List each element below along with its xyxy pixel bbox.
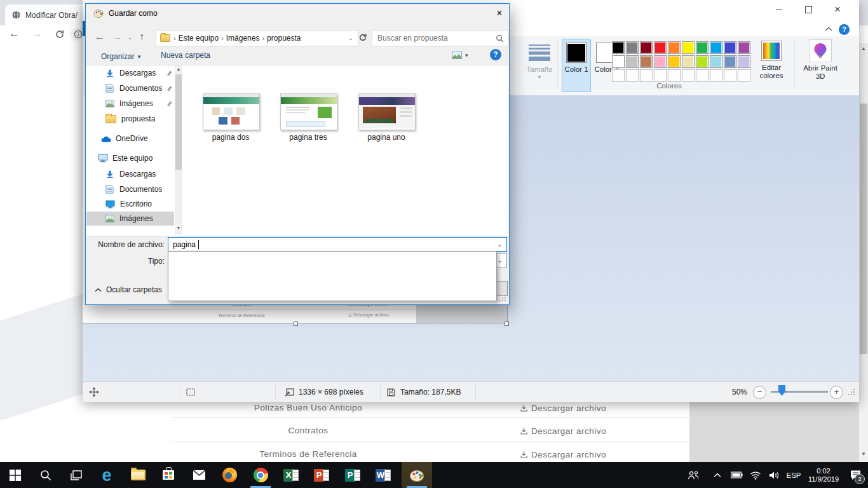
browser-back-button[interactable]: ←	[9, 27, 20, 40]
organize-button[interactable]: Organizar ▾	[101, 51, 140, 62]
palette-swatch-empty[interactable]	[738, 69, 750, 82]
nav-back-icon[interactable]: ←	[95, 31, 105, 43]
search-box[interactable]: Buscar en propuesta	[372, 30, 509, 46]
palette-swatch[interactable]	[682, 41, 695, 54]
sidebar-item-descargas[interactable]: Descargas	[86, 66, 174, 80]
filename-autocomplete-dropdown[interactable]	[168, 251, 497, 301]
zoom-out-button[interactable]: −	[753, 386, 766, 399]
taskbar-paint[interactable]	[402, 462, 432, 488]
taskbar-publisher[interactable]: P	[337, 462, 368, 488]
palette-swatch[interactable]	[724, 41, 736, 54]
palette-swatch[interactable]	[654, 41, 667, 54]
palette-swatch[interactable]	[696, 41, 709, 54]
network-indicator[interactable]	[745, 462, 766, 488]
palette-swatch[interactable]	[626, 55, 639, 68]
taskbar-firefox[interactable]	[214, 462, 245, 488]
task-view-button[interactable]	[61, 462, 92, 488]
palette-swatch-empty[interactable]	[640, 69, 653, 82]
action-center-button[interactable]: 2	[843, 462, 868, 488]
palette-swatch-empty[interactable]	[626, 69, 639, 82]
palette-swatch-empty[interactable]	[724, 69, 736, 82]
nav-history-chevron-icon[interactable]: ⌄	[128, 34, 133, 41]
sidebar-scrollbar[interactable]: ▲ ▼	[175, 65, 182, 234]
browser-scrollbar[interactable]: ▲ ▼	[859, 43, 868, 462]
taskbar-excel[interactable]: X	[276, 462, 306, 488]
help-icon[interactable]: ?	[490, 49, 501, 60]
language-indicator[interactable]: ESP	[782, 462, 805, 488]
sidebar-item-escritorio[interactable]: Escritorio	[86, 197, 174, 211]
zoom-slider-thumb[interactable]	[778, 385, 785, 396]
maximize-button[interactable]	[794, 0, 823, 19]
refresh-icon[interactable]	[358, 33, 367, 42]
palette-swatch-empty[interactable]	[682, 69, 695, 82]
help-icon[interactable]: ?	[839, 24, 850, 35]
palette-swatch[interactable]	[668, 55, 681, 68]
people-button[interactable]	[681, 462, 705, 488]
window-resize-grip[interactable]	[848, 388, 855, 396]
canvas-resize-handle-bottom[interactable]	[294, 322, 298, 326]
palette-swatch[interactable]	[668, 41, 681, 54]
sidebar-item-pc-imagenes[interactable]: Imágenes	[86, 212, 174, 226]
palette-swatch[interactable]	[738, 41, 750, 54]
scroll-down-icon[interactable]: ▼	[175, 226, 182, 230]
taskbar-word[interactable]: W	[368, 462, 398, 488]
scroll-up-icon[interactable]: ▲	[175, 67, 182, 71]
filename-input[interactable]: pagina ⌄	[168, 237, 507, 252]
palette-swatch[interactable]	[612, 41, 625, 54]
collapse-ribbon-icon[interactable]	[825, 27, 832, 32]
sidebar-item-este-equipo[interactable]: Este equipo	[86, 151, 174, 165]
palette-swatch-empty[interactable]	[654, 69, 667, 82]
close-button[interactable]: ×	[823, 0, 852, 19]
nav-forward-icon[interactable]: →	[112, 31, 123, 43]
file-thumbnail-pagina-dos[interactable]	[203, 93, 260, 130]
new-folder-button[interactable]: Nueva carpeta	[161, 51, 210, 60]
taskbar-search-button[interactable]	[31, 462, 61, 488]
address-dropdown-icon[interactable]: ⌄	[348, 35, 353, 41]
taskbar-edge[interactable]: e	[92, 462, 122, 488]
doc-row-download-link[interactable]: Descargar archivo	[520, 402, 606, 414]
sidebar-item-pc-descargas[interactable]: Descargas	[86, 167, 174, 181]
palette-swatch[interactable]	[710, 41, 722, 54]
edit-colors-button[interactable]: Editar colores	[754, 39, 789, 91]
palette-swatch[interactable]	[696, 55, 709, 68]
reload-icon[interactable]	[55, 29, 65, 39]
hide-folders-button[interactable]: Ocultar carpetas	[95, 285, 162, 294]
palette-swatch[interactable]	[654, 55, 667, 68]
clock[interactable]: 0:02 11/9/2019	[803, 462, 844, 488]
zoom-in-button[interactable]: +	[830, 386, 843, 399]
dialog-resize-grip[interactable]	[499, 294, 506, 302]
taskbar-powerpoint[interactable]: P	[306, 462, 337, 488]
start-button[interactable]	[0, 462, 31, 488]
sidebar-item-imagenes[interactable]: Imágenes	[86, 97, 174, 111]
color1-button[interactable]: Color 1	[562, 39, 591, 92]
palette-swatch[interactable]	[738, 55, 750, 68]
palette-swatch[interactable]	[640, 41, 653, 54]
file-thumbnail-pagina-uno[interactable]	[358, 93, 416, 130]
dialog-title-bar[interactable]: Guardar como ×	[86, 4, 509, 23]
file-thumbnail-pagina-tres[interactable]	[280, 93, 337, 130]
address-breadcrumb-bar[interactable]: › Este equipo › Imágenes › propuesta ⌄	[156, 30, 359, 46]
size-button[interactable]: Tamaño ▾	[525, 40, 554, 90]
filename-dropdown-icon[interactable]: ⌄	[497, 241, 502, 248]
sidebar-item-documentos[interactable]: Documentos	[86, 81, 174, 95]
search-icon[interactable]	[496, 34, 504, 43]
palette-swatch[interactable]	[710, 55, 722, 68]
canvas-resize-handle-corner[interactable]	[505, 322, 509, 326]
dialog-close-button[interactable]: ×	[491, 5, 508, 22]
open-paint3d-button[interactable]: Abrir Paint 3D	[799, 39, 841, 91]
battery-indicator[interactable]	[726, 462, 747, 488]
taskbar-chrome[interactable]	[245, 462, 276, 488]
palette-swatch-empty[interactable]	[612, 69, 625, 82]
palette-swatch-empty[interactable]	[696, 69, 709, 82]
doc-row-download-link[interactable]: Descargar archivo	[520, 424, 606, 437]
nav-up-icon[interactable]: ↑	[139, 31, 144, 43]
palette-swatch[interactable]	[724, 55, 736, 68]
palette-swatch-empty[interactable]	[668, 69, 681, 82]
browser-forward-button[interactable]: →	[32, 27, 43, 40]
sidebar-item-pc-documentos[interactable]: Documentos	[86, 182, 174, 196]
taskbar-store[interactable]	[153, 462, 184, 488]
breadcrumb-this-pc[interactable]: Este equipo	[176, 34, 221, 43]
tray-overflow-button[interactable]	[707, 462, 728, 488]
taskbar-file-explorer[interactable]	[123, 462, 153, 488]
breadcrumb-images[interactable]: Imágenes	[224, 34, 262, 43]
